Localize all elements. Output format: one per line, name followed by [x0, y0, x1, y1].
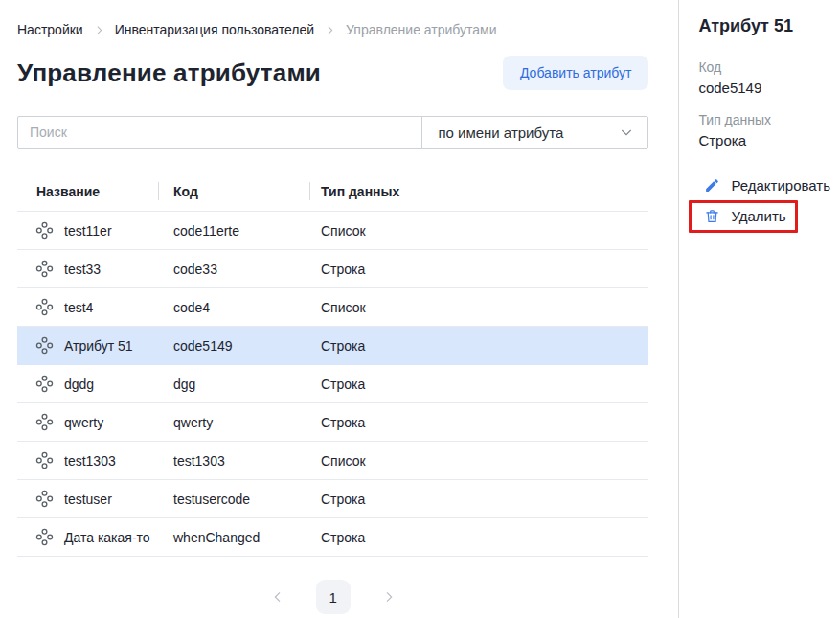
attribute-code: whenChanged: [158, 518, 309, 557]
attribute-name: test33: [64, 262, 101, 277]
attribute-name: test4: [64, 300, 93, 315]
main-content: Настройки Инвентаризация пользователей У…: [0, 0, 679, 618]
detail-field-code: Код code5149: [698, 59, 830, 96]
attribute-icon: [34, 297, 55, 317]
table-header-row: Название Код Тип данных: [17, 178, 648, 212]
attribute-type: Строка: [309, 518, 648, 557]
detail-field-type: Тип данных Строка: [698, 112, 830, 149]
search-filter-select[interactable]: по имени атрибута: [421, 116, 648, 149]
prev-page-button[interactable]: [266, 585, 289, 608]
breadcrumb: Настройки Инвентаризация пользователей У…: [17, 22, 648, 37]
attribute-type: Строка: [309, 403, 648, 442]
chevron-right-icon: [381, 589, 397, 605]
breadcrumb-user-inventory[interactable]: Инвентаризация пользователей: [115, 22, 314, 37]
attribute-icon: [34, 450, 55, 470]
table-row[interactable]: testuser testusercode Строка: [17, 480, 648, 518]
attribute-code: qwerty: [158, 403, 309, 442]
page-header: Управление атрибутами Добавить атрибут: [17, 56, 648, 90]
edit-button-label: Редактировать: [731, 177, 830, 194]
attribute-type: Строка: [309, 250, 648, 288]
table-row[interactable]: test11er code11erte Список: [17, 212, 648, 250]
breadcrumb-settings[interactable]: Настройки: [17, 22, 83, 37]
detail-actions: Редактировать Удалить: [698, 177, 830, 233]
chevron-left-icon: [270, 589, 285, 605]
trash-icon: [704, 208, 720, 224]
chevron-right-icon: [93, 24, 105, 36]
attribute-name: qwerty: [64, 415, 103, 430]
attribute-name: test11er: [64, 223, 112, 239]
table-row[interactable]: dgdg dgg Строка: [17, 365, 648, 403]
page-number-button[interactable]: 1: [316, 580, 351, 614]
attribute-code: testusercode: [158, 480, 309, 518]
field-value: Строка: [698, 132, 830, 149]
table-row[interactable]: qwerty qwerty Строка: [17, 403, 648, 442]
attribute-code: code11erte: [158, 212, 309, 250]
field-label: Тип данных: [698, 112, 830, 127]
next-page-button[interactable]: [377, 585, 400, 608]
attribute-name: test1303: [64, 453, 116, 469]
search-input[interactable]: [17, 116, 422, 149]
pencil-icon: [704, 177, 720, 194]
attribute-name: dgdg: [64, 377, 94, 392]
attributes-table: Название Код Тип данных test11er code11e…: [17, 178, 648, 557]
add-attribute-button[interactable]: Добавить атрибут: [503, 56, 648, 90]
attribute-icon: [34, 374, 55, 394]
delete-highlight-box: Удалить: [689, 200, 797, 233]
delete-button[interactable]: Удалить: [704, 208, 785, 224]
delete-button-label: Удалить: [731, 208, 785, 224]
search-filter-value: по имени атрибута: [438, 125, 563, 141]
attribute-icon: [34, 527, 55, 547]
attribute-code: dgg: [158, 365, 309, 403]
attribute-type: Список: [309, 288, 648, 327]
attribute-name: testuser: [64, 492, 112, 507]
attribute-code: code33: [158, 250, 309, 288]
attribute-name: Атрибут 51: [64, 338, 133, 354]
attribute-type: Строка: [309, 365, 648, 403]
table-row[interactable]: test4 code4 Список: [17, 288, 648, 327]
attribute-type: Строка: [309, 480, 648, 518]
page-title: Управление атрибутами: [17, 58, 321, 88]
detail-panel-title: Атрибут 51: [698, 16, 830, 36]
search-bar: по имени атрибута: [17, 116, 648, 149]
attribute-icon: [34, 412, 55, 432]
field-label: Код: [698, 59, 830, 75]
table-row[interactable]: test33 code33 Строка: [17, 250, 648, 288]
attribute-code: test1303: [158, 442, 309, 480]
attribute-name: Дата какая-то: [64, 530, 150, 545]
attribute-icon: [34, 335, 55, 355]
field-value: code5149: [698, 80, 830, 96]
detail-panel: Атрибут 51 Код code5149 Тип данных Строк…: [679, 0, 840, 618]
chevron-down-icon: [619, 125, 634, 140]
attribute-code: code5149: [158, 327, 309, 365]
table-row[interactable]: test1303 test1303 Список: [17, 442, 648, 480]
edit-button[interactable]: Редактировать: [698, 177, 830, 194]
pagination: 1: [17, 580, 648, 614]
column-header-type: Тип данных: [309, 178, 648, 212]
attribute-type: Список: [309, 212, 648, 250]
attribute-icon: [34, 220, 55, 240]
chevron-right-icon: [324, 24, 336, 36]
column-header-code: Код: [158, 178, 309, 212]
attribute-icon: [34, 489, 55, 509]
app-window: Настройки Инвентаризация пользователей У…: [0, 0, 840, 618]
breadcrumb-attribute-management: Управление атрибутами: [346, 22, 496, 37]
attribute-icon: [34, 259, 55, 279]
table-row[interactable]: Дата какая-то whenChanged Строка: [17, 518, 648, 557]
attribute-code: code4: [158, 288, 309, 327]
attribute-type: Строка: [309, 327, 648, 365]
attribute-type: Список: [309, 442, 648, 480]
column-header-name: Название: [17, 178, 158, 212]
table-row-selected[interactable]: Атрибут 51 code5149 Строка: [17, 327, 648, 365]
